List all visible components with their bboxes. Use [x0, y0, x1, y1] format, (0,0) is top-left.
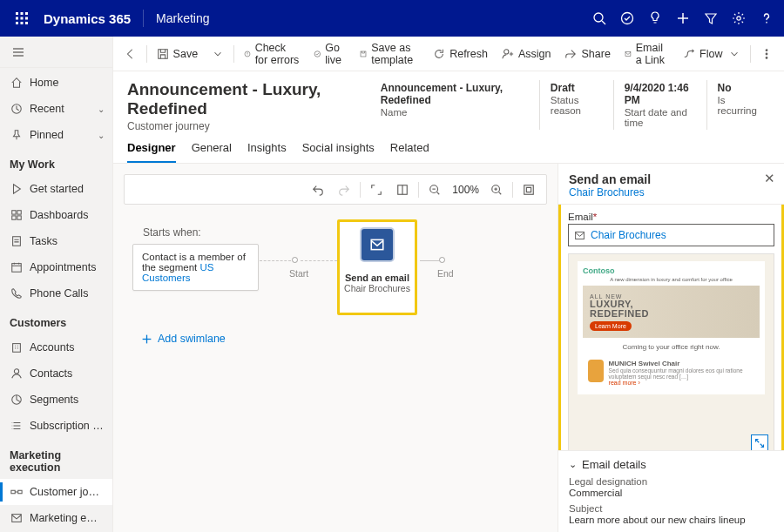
end-node[interactable] — [439, 257, 445, 263]
svg-point-11 — [622, 13, 633, 24]
sidebar-item-sublists[interactable]: Subscription lists — [0, 413, 112, 439]
svg-rect-23 — [12, 237, 20, 246]
sidebar-item-recent[interactable]: Recent⌄ — [0, 96, 112, 122]
panel-record-link[interactable]: Chair Brochures — [569, 186, 774, 199]
tile-title: Send an email — [345, 273, 409, 283]
canvas-toolbar: 100% — [124, 174, 547, 205]
close-icon[interactable]: ✕ — [764, 171, 775, 186]
email-tile[interactable]: Send an email Chair Brochures — [337, 219, 417, 315]
clock-icon — [10, 103, 23, 115]
svg-rect-40 — [625, 51, 631, 56]
task-icon[interactable] — [613, 0, 641, 37]
sidebar-item-label: Phone Calls — [30, 287, 105, 300]
check-errors-button[interactable]: Check for errors — [238, 41, 306, 67]
sidebar-item-dashboards[interactable]: Dashboards — [0, 202, 112, 228]
svg-point-41 — [766, 49, 767, 51]
gear-icon[interactable] — [725, 0, 753, 37]
cmd-label: Email a Link — [636, 42, 669, 66]
tab-related[interactable]: Related — [390, 141, 429, 163]
tab-insights[interactable]: Insights — [247, 141, 287, 163]
email-field-label: Email* — [568, 212, 774, 222]
sidebar-item-accounts[interactable]: Accounts — [0, 334, 112, 360]
sidebar-item-home[interactable]: Home — [0, 70, 112, 96]
svg-rect-30 — [11, 515, 21, 522]
svg-rect-24 — [11, 264, 21, 273]
global-topbar: Dynamics 365 Marketing — [0, 0, 784, 37]
journey-canvas[interactable]: Starts when: Contact is a member of the … — [124, 219, 547, 237]
email-link-button[interactable]: Email a Link — [618, 41, 675, 67]
filter-icon[interactable] — [697, 0, 725, 37]
segment-icon — [10, 394, 23, 406]
fit-button[interactable] — [517, 178, 541, 202]
preview-hero: ALL NEW LUXURY, REDEFINED Learn More — [583, 286, 760, 338]
module-label[interactable]: Marketing — [143, 10, 209, 27]
overflow-button[interactable] — [754, 41, 779, 67]
undo-button[interactable] — [306, 178, 330, 202]
svg-rect-22 — [17, 216, 20, 219]
lightbulb-icon[interactable] — [641, 0, 669, 37]
sidebar-item-appointments[interactable]: Appointments — [0, 254, 112, 280]
tab-general[interactable]: General — [192, 141, 232, 163]
zoom-level: 100% — [449, 184, 483, 196]
sidebar-item-pinned[interactable]: Pinned⌄ — [0, 122, 112, 148]
search-icon[interactable] — [585, 0, 613, 37]
svg-rect-52 — [524, 185, 534, 194]
sidebar-item-tasks[interactable]: Tasks — [0, 228, 112, 254]
email-lookup-input[interactable]: Chair Brochures — [568, 224, 774, 246]
sidebar-item-getstarted[interactable]: Get started — [0, 176, 112, 202]
start-condition-card[interactable]: Contact is a member of the segment US Cu… — [132, 244, 259, 291]
add-swimlane-button[interactable]: Add swimlane — [141, 333, 226, 345]
connector — [420, 260, 439, 261]
zoom-in-button[interactable] — [484, 178, 509, 202]
svg-point-42 — [766, 53, 767, 55]
sidebar-group-execution: Marketing execution — [0, 439, 112, 479]
sidebar-item-phonecalls[interactable]: Phone Calls — [0, 280, 112, 306]
refresh-button[interactable]: Refresh — [427, 41, 494, 67]
share-button[interactable]: Share — [558, 41, 616, 67]
sidebar-item-contacts[interactable]: Contacts — [0, 360, 112, 387]
sidebar-item-label: Appointments — [30, 261, 105, 273]
fullscreen-button[interactable] — [364, 178, 389, 202]
tab-social[interactable]: Social insights — [302, 141, 375, 163]
golive-button[interactable]: Go live — [308, 41, 353, 67]
entity-name: Customer journey — [127, 120, 370, 132]
svg-rect-21 — [11, 216, 15, 219]
svg-rect-0 — [16, 12, 18, 15]
zoom-out-button[interactable] — [422, 178, 447, 202]
record-header: Announcement - Luxury, Redefined Custome… — [113, 71, 784, 132]
sidebar-item-journeys[interactable]: Customer journeys — [0, 479, 112, 505]
brand-label: Dynamics 365 — [44, 11, 131, 26]
minimap-button[interactable] — [390, 178, 415, 202]
journey-icon — [10, 486, 23, 498]
tab-designer[interactable]: Designer — [127, 141, 176, 163]
save-template-button[interactable]: Save as template — [354, 41, 425, 67]
mail-icon — [10, 512, 23, 524]
building-icon — [10, 341, 23, 354]
back-button[interactable] — [118, 41, 143, 67]
preview-expand-button[interactable] — [751, 434, 768, 450]
save-button[interactable]: Save — [151, 41, 205, 67]
properties-panel: Send an email Chair Brochures ✕ Email* C… — [558, 164, 784, 532]
sidebar-item-label: Dashboards — [30, 209, 105, 221]
preview-tagline: A new dimension in luxury and comfort fo… — [583, 277, 760, 282]
sidebar-item-segments[interactable]: Segments — [0, 387, 112, 413]
task-list-icon — [10, 235, 23, 247]
start-node[interactable] — [292, 257, 298, 263]
svg-rect-28 — [10, 490, 14, 494]
svg-point-26 — [14, 369, 18, 374]
sidebar-item-emails[interactable]: Marketing emails — [0, 505, 112, 531]
add-icon[interactable] — [669, 0, 697, 37]
header-field-name: Announcement - Luxury, RedefinedName — [370, 80, 539, 130]
svg-rect-2 — [25, 12, 28, 15]
section-toggle[interactable]: ⌄Email details — [569, 458, 774, 471]
app-launcher-icon[interactable] — [3, 0, 40, 37]
sidebar-toggle[interactable] — [0, 37, 112, 68]
help-icon[interactable] — [753, 0, 781, 37]
assign-button[interactable]: Assign — [496, 41, 558, 67]
save-chevron[interactable] — [206, 41, 230, 67]
redo-button[interactable] — [332, 178, 356, 202]
svg-rect-25 — [12, 344, 20, 353]
flow-button[interactable]: Flow — [677, 41, 747, 67]
legal-value: Commercial — [569, 488, 774, 498]
chevron-down-icon: ⌄ — [569, 459, 577, 470]
